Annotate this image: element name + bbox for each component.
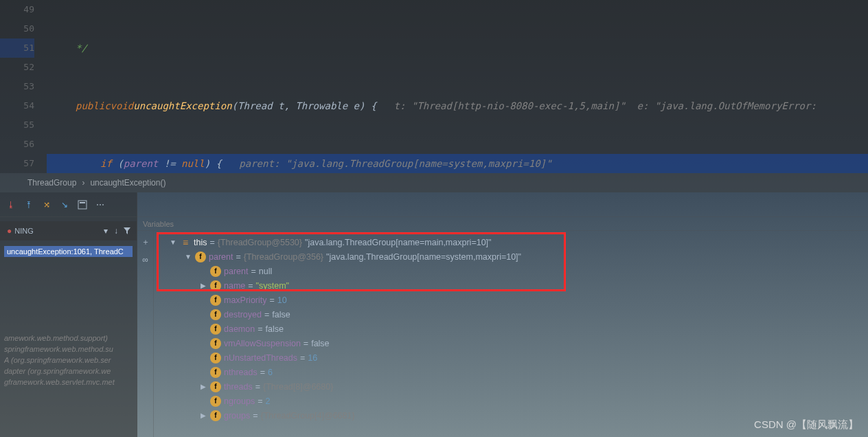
var-row[interactable]: f vmAllowSuspension = false [159, 336, 863, 350]
vars-gutter: ＋ ∞ [137, 231, 154, 437]
field-icon: f [210, 396, 221, 407]
code-editor[interactable]: 49 50 51 52 53 54 55 56 57 */ public voi… [0, 0, 868, 173]
watermark: CSDN @【随风飘流】 [754, 418, 858, 432]
variables-panel: Variables ＋ ∞ ▼≡ this = {ThreadGroup@553… [137, 192, 868, 437]
field-icon: f [210, 338, 221, 349]
var-row[interactable]: f nthreads = 6 [159, 365, 863, 379]
var-row[interactable]: f ngroups = 2 [159, 394, 863, 408]
step-down-icon[interactable]: ↓ [111, 225, 122, 236]
line-number: 53 [0, 77, 34, 96]
code-line-current: if (parent != null) { parent: "java.lang… [47, 154, 868, 173]
link-icon[interactable]: ∞ [140, 254, 151, 265]
expand-icon[interactable]: ▶ [199, 383, 207, 390]
frames-list[interactable]: uncaughtException:1061, ThreadC amework.… [0, 240, 137, 392]
var-row[interactable]: ▶f name = "system" [159, 278, 863, 293]
var-row[interactable]: f destroyed = false [159, 307, 863, 322]
var-row[interactable]: f maxPriority = 10 [159, 293, 863, 307]
frame-item[interactable]: dapter (org.springframework.we [4, 367, 133, 375]
gutter: 49 50 51 52 53 54 55 56 57 [0, 0, 47, 173]
field-icon: f [210, 266, 221, 277]
more-icon[interactable]: ⋯ [95, 199, 106, 210]
line-number: 49 [0, 0, 34, 19]
line-number: 50 [0, 19, 34, 38]
this-icon: ≡ [180, 237, 191, 248]
code-line: public void uncaughtException(Thread t, … [47, 96, 868, 115]
line-number: 51 [0, 38, 34, 58]
frame-item[interactable]: amework.web.method.support) [4, 334, 133, 342]
chevron-right-icon: › [82, 178, 84, 188]
field-icon: f [210, 295, 221, 306]
chevron-down-icon: ▾ [104, 226, 108, 236]
var-row[interactable]: ▼f parent = {ThreadGroup@356} "java.lang… [159, 249, 863, 264]
var-row[interactable]: ▼≡ this = {ThreadGroup@5530} "java.lang.… [159, 235, 863, 249]
var-row[interactable]: f nUnstartedThreads = 16 [159, 350, 863, 365]
frame-item[interactable]: A (org.springframework.web.ser [4, 356, 133, 364]
field-icon: f [210, 367, 221, 378]
expand-icon[interactable]: ▶ [199, 412, 207, 419]
code-area[interactable]: */ public void uncaughtException(Thread … [47, 0, 868, 173]
field-icon: f [195, 251, 206, 262]
field-icon: f [210, 352, 221, 363]
vars-toolbar [137, 192, 868, 217]
frames-panel: ⭳ ⭱ ⤨ ↘ ⋯ ● NING ▾ ↓ uncaughtException:1… [0, 192, 137, 437]
variables-label: Variables [137, 217, 868, 231]
step-out-icon[interactable]: ⭳ [5, 199, 16, 210]
filter-icon[interactable] [122, 225, 133, 236]
var-row[interactable]: ▶f threads = {Thread[8]@6680} [159, 379, 863, 394]
field-icon: f [210, 381, 221, 392]
frames-header: ● NING ▾ ↓ [0, 221, 137, 240]
step-into-icon[interactable]: ⭱ [23, 199, 34, 210]
breadcrumb-item[interactable]: ThreadGroup [27, 178, 76, 188]
expand-icon[interactable]: ▼ [184, 253, 192, 260]
expand-icon[interactable]: ▼ [169, 238, 177, 246]
svg-rect-1 [80, 202, 85, 203]
line-number: 55 [0, 115, 34, 135]
mute-breakpoints-icon[interactable]: ⤨ [41, 199, 52, 210]
svg-rect-0 [78, 201, 87, 209]
field-icon: f [210, 324, 221, 335]
calculator-icon[interactable] [77, 199, 88, 210]
breadcrumb-item[interactable]: uncaughtException() [90, 178, 165, 188]
frame-item[interactable]: uncaughtException:1061, ThreadC [4, 246, 133, 257]
plus-icon[interactable]: ＋ [140, 236, 151, 247]
debug-toolbar: ⭳ ⭱ ⤨ ↘ ⋯ [0, 192, 137, 217]
code-line: */ [51, 38, 87, 58]
variables-tree[interactable]: ▼≡ this = {ThreadGroup@5530} "java.lang.… [154, 231, 868, 437]
debugger-panel: ⭳ ⭱ ⤨ ↘ ⋯ ● NING ▾ ↓ uncaughtException:1… [0, 192, 868, 437]
line-number: 54 [0, 96, 34, 115]
var-row[interactable]: f daemon = false [159, 322, 863, 336]
expand-icon[interactable]: ▶ [199, 282, 207, 289]
step-icon[interactable]: ↘ [59, 199, 70, 210]
var-row[interactable]: f parent = null [159, 264, 863, 278]
line-number: 52 [0, 58, 34, 77]
breadcrumb[interactable]: ThreadGroup › uncaughtException() [0, 173, 868, 192]
frame-item[interactable]: springframework.web.method.su [4, 345, 133, 353]
field-icon: f [210, 309, 221, 320]
thread-dropdown[interactable]: ● NING ▾ [4, 225, 111, 237]
line-number: 56 [0, 135, 34, 154]
frame-item[interactable]: gframework.web.servlet.mvc.met [4, 378, 133, 386]
field-icon: f [210, 410, 221, 421]
field-icon: f [210, 280, 221, 291]
line-number: 57 [0, 154, 34, 173]
